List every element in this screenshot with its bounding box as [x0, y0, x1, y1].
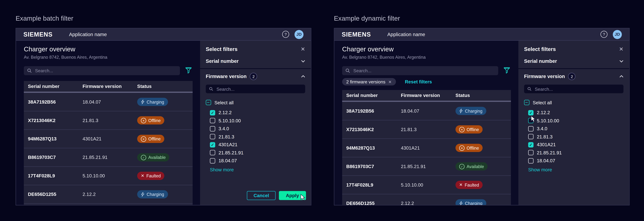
- header-divider: [342, 101, 511, 102]
- checkbox-checked[interactable]: [210, 142, 215, 147]
- filter-chip[interactable]: 2 firmware versions ✕: [342, 78, 396, 85]
- lightning-icon: [459, 108, 463, 113]
- filter-option[interactable]: 21.81.3: [528, 133, 624, 141]
- table-row[interactable]: 38A7192B56 18.04.07 Charging: [24, 93, 192, 111]
- filter-option[interactable]: 3.4.0: [528, 125, 624, 133]
- close-icon[interactable]: ✕: [619, 46, 624, 52]
- table-row-partial: [24, 203, 192, 205]
- table-search-input[interactable]: [342, 66, 498, 75]
- show-more-link[interactable]: Show more: [528, 167, 624, 172]
- status-badge: Charging: [456, 107, 486, 115]
- checkbox-unchecked[interactable]: [528, 158, 534, 163]
- table-row[interactable]: 38A7192B56 18.04.07 Charging: [342, 102, 511, 120]
- filter-section-firmware[interactable]: Firmware version 2: [206, 73, 305, 80]
- select-all-option[interactable]: Select all: [206, 99, 305, 107]
- reset-filters-link[interactable]: Reset filters: [405, 79, 432, 84]
- checkbox-unchecked[interactable]: [210, 126, 215, 131]
- stage: Example batch filter SIEMENS Application…: [0, 0, 644, 221]
- checkbox-unchecked[interactable]: [528, 134, 534, 139]
- col-status: Status: [456, 93, 511, 98]
- filter-search[interactable]: [534, 86, 620, 92]
- offline-icon: ✕: [141, 118, 146, 123]
- filter-option[interactable]: 5.10.10.00: [528, 117, 624, 125]
- filter-panel-title: Select filters: [524, 46, 556, 52]
- checkbox-unchecked[interactable]: [210, 118, 215, 123]
- filter-section-serial[interactable]: Serial number: [206, 58, 305, 65]
- filter-option[interactable]: 2.12.2: [528, 109, 624, 117]
- select-all-option[interactable]: Select all: [524, 99, 624, 107]
- status-badge: ✕ Faulted: [137, 172, 164, 180]
- filter-option[interactable]: 21.81.3: [210, 133, 305, 141]
- chip-close-icon[interactable]: ✕: [388, 79, 392, 84]
- status-badge: ✕ Offline: [137, 116, 164, 124]
- filter-section-firmware[interactable]: Firmware version 2: [524, 73, 624, 80]
- close-icon[interactable]: ✕: [301, 46, 305, 52]
- col-firmware: Firmware version: [82, 84, 137, 89]
- cancel-button[interactable]: Cancel: [247, 191, 276, 200]
- checkbox-checked[interactable]: [528, 142, 534, 147]
- checkbox-unchecked[interactable]: [210, 158, 215, 163]
- filter-option[interactable]: 5.10.10.00: [210, 117, 305, 125]
- app-name: Application name: [69, 32, 107, 37]
- filter-search-input[interactable]: [206, 85, 305, 93]
- lightning-icon: [141, 99, 144, 104]
- chevron-up-icon: [619, 75, 624, 78]
- search-icon: [346, 68, 350, 73]
- search-icon: [528, 87, 532, 91]
- table-row[interactable]: B8619703C7 21.85.21.91 ✓ Available: [24, 148, 192, 166]
- table-row[interactable]: X7213046K2 21.81.3 ✕ Offline: [342, 120, 511, 138]
- table-row[interactable]: X7213046K2 21.81.3 ✕ Offline: [24, 111, 192, 129]
- checkbox-indeterminate[interactable]: [524, 100, 530, 105]
- checkbox-unchecked[interactable]: [528, 126, 534, 131]
- example-title-dynamic: Example dynamic filter: [334, 15, 400, 22]
- app-window-batch: SIEMENS Application name ? JD Charger ov…: [16, 28, 312, 205]
- checkbox-checked[interactable]: [210, 110, 215, 115]
- filter-funnel-icon[interactable]: [504, 67, 510, 74]
- filter-option[interactable]: 18.04.07: [528, 157, 624, 165]
- app-header: SIEMENS Application name ? JD: [16, 28, 311, 41]
- checkbox-indeterminate[interactable]: [206, 100, 211, 105]
- table-row[interactable]: 17T4F028L9 5.10.10.00 ✕ Faulted: [24, 166, 192, 185]
- lightning-icon: [459, 201, 463, 205]
- help-icon[interactable]: ?: [282, 31, 289, 38]
- filter-option[interactable]: 21.85.21.91: [528, 149, 624, 157]
- search-input[interactable]: [34, 68, 177, 74]
- search-input[interactable]: [352, 68, 495, 74]
- table-row[interactable]: DE656D1255 2.12.2 Charging: [24, 185, 192, 203]
- filter-option[interactable]: 3.4.0: [210, 125, 305, 133]
- status-badge: ✕ Offline: [137, 135, 164, 143]
- siemens-logo: SIEMENS: [342, 31, 371, 38]
- filter-option[interactable]: 2.12.2: [210, 109, 305, 117]
- help-icon[interactable]: ?: [600, 31, 608, 38]
- siemens-logo: SIEMENS: [24, 31, 52, 38]
- filter-funnel-icon[interactable]: [185, 67, 192, 74]
- section-divider: [200, 68, 311, 69]
- charger-table: Serial number Firmware version Status 38…: [342, 90, 511, 205]
- table-row[interactable]: DE656D1255 2.12.2 Charging: [342, 194, 511, 205]
- filter-section-serial[interactable]: Serial number: [524, 58, 624, 65]
- filter-panel: Select filters ✕ Serial number Firmware …: [518, 41, 629, 205]
- table-row[interactable]: B8619703C7 21.85.21.91 ✓ Available: [342, 157, 511, 175]
- table-header-row: Serial number Firmware version Status: [342, 90, 511, 101]
- table-row[interactable]: 94M6287Q13 4301A21 ✕ Offline: [24, 129, 192, 148]
- lightning-icon: [141, 192, 144, 197]
- filter-option[interactable]: 21.85.21.91: [210, 149, 305, 157]
- filter-option[interactable]: 4301A21: [210, 141, 305, 149]
- filter-option[interactable]: 18.04.07: [210, 157, 305, 165]
- table-row[interactable]: 94M6287Q13 4301A21 ✕ Offline: [342, 138, 511, 157]
- status-badge: ✕ Offline: [456, 144, 483, 152]
- checkbox-unchecked[interactable]: [528, 150, 534, 155]
- table-row[interactable]: 17T4F028L9 5.10.10.00 ✕ Faulted: [342, 175, 511, 194]
- status-badge: Charging: [137, 190, 168, 198]
- table-search-input[interactable]: [24, 66, 180, 75]
- filter-search-input[interactable]: [524, 85, 624, 93]
- checkbox-unchecked[interactable]: [210, 134, 215, 139]
- show-more-link[interactable]: Show more: [210, 167, 305, 172]
- filter-count-badge: 2: [250, 73, 257, 80]
- avatar[interactable]: JD: [613, 30, 622, 39]
- checkbox-checked[interactable]: [528, 110, 534, 115]
- filter-option[interactable]: 4301A21: [528, 141, 624, 149]
- filter-search[interactable]: [216, 86, 302, 92]
- avatar[interactable]: JD: [294, 30, 304, 39]
- checkbox-unchecked[interactable]: [210, 150, 215, 155]
